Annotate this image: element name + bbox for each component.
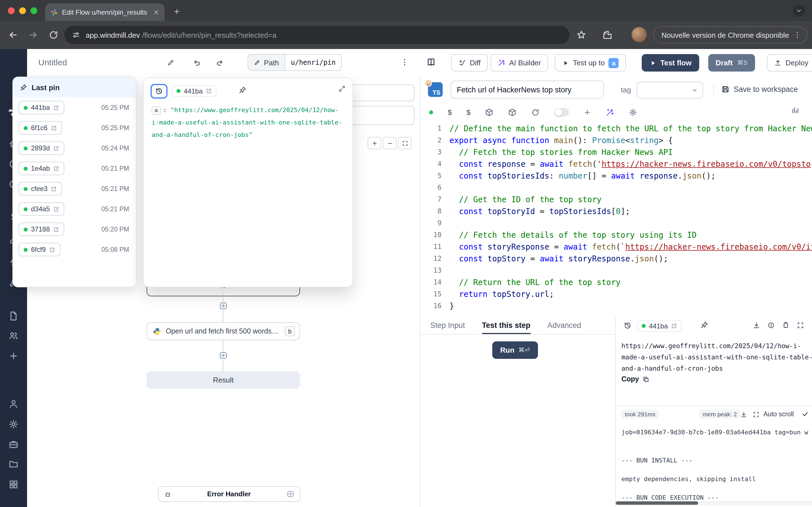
pin-list-item[interactable]: cfee305:21 PM: [13, 179, 136, 199]
pin-result-icon[interactable]: [700, 321, 708, 329]
diff-button[interactable]: Diff: [451, 54, 488, 71]
sidebar-create-icon[interactable]: [8, 351, 18, 361]
run-button[interactable]: Run ⌘⏎: [492, 341, 538, 359]
reset-code-icon[interactable]: [531, 108, 540, 116]
pin-run-pill[interactable]: 6fcf9: [18, 243, 60, 256]
sidebar-logs-icon[interactable]: [8, 311, 18, 321]
add-variable-icon[interactable]: $: [448, 108, 452, 116]
sidebar-user-icon[interactable]: [8, 399, 18, 409]
package-icon[interactable]: [485, 108, 494, 116]
dependencies-icon[interactable]: [508, 108, 517, 116]
open-run-icon[interactable]: [53, 105, 59, 111]
open-run-icon[interactable]: [53, 145, 59, 151]
profile-avatar[interactable]: [631, 27, 647, 42]
reload-icon[interactable]: [49, 30, 59, 40]
pin-run-pill[interactable]: 1e4ab: [18, 162, 64, 175]
scrollbar-thumb[interactable]: [616, 501, 698, 505]
test-up-to-button[interactable]: Test up to a: [555, 54, 626, 71]
extensions-icon[interactable]: [602, 30, 612, 40]
code-editor[interactable]: 12345678910111213141516 // Define the ma…: [420, 119, 812, 317]
draft-button[interactable]: Draft ⌘S: [708, 54, 755, 71]
pin-run-pill[interactable]: cfee3: [18, 182, 62, 195]
auto-scroll-check-icon[interactable]: [802, 411, 809, 417]
add-step-icon[interactable]: [219, 351, 228, 360]
sidebar-settings-icon[interactable]: [8, 419, 18, 429]
open-run-icon[interactable]: [206, 88, 212, 94]
ai-builder-button[interactable]: AI Builder: [491, 54, 548, 71]
tab-test-this-step[interactable]: Test this step: [482, 317, 530, 334]
minimize-window-button[interactable]: [19, 7, 26, 14]
log-horizontal-scrollbar[interactable]: [616, 501, 812, 505]
sidebar-folders-icon[interactable]: [8, 459, 18, 469]
zoom-window-button[interactable]: [31, 7, 37, 14]
bookmark-star-icon[interactable]: [576, 30, 587, 40]
pin-run-pill[interactable]: 6f1c6: [18, 121, 62, 135]
unpin-icon[interactable]: [239, 86, 246, 94]
history-button[interactable]: [151, 84, 167, 99]
result-history-icon[interactable]: [624, 322, 631, 330]
sidebar-apps-icon[interactable]: [8, 480, 18, 490]
pin-list-item[interactable]: 441ba05:25 PM: [13, 98, 136, 118]
new-tab-button[interactable]: [170, 5, 183, 17]
undo-icon[interactable]: [193, 59, 201, 67]
zoom-in-button[interactable]: [368, 137, 381, 149]
tab-search-button[interactable]: [793, 4, 805, 17]
chrome-menu-icon[interactable]: [794, 31, 801, 39]
pin-run-pill[interactable]: 37188: [18, 223, 64, 236]
open-run-icon[interactable]: [53, 165, 59, 172]
tab-advanced[interactable]: Advanced: [547, 317, 581, 334]
test-flow-button[interactable]: Test flow: [642, 54, 700, 71]
download-result-icon[interactable]: [753, 322, 760, 329]
pin-run-pill[interactable]: d34a5: [18, 202, 64, 216]
run-id-pill[interactable]: 441ba: [172, 85, 217, 97]
redo-icon[interactable]: [215, 59, 224, 67]
pin-list-item[interactable]: 1e4ab05:21 PM: [13, 158, 136, 179]
pin-list-item[interactable]: 2893d05:24 PM: [13, 138, 136, 158]
close-window-button[interactable]: [8, 7, 15, 14]
save-to-workspace-button[interactable]: Save to workspace: [721, 85, 798, 94]
open-run-icon[interactable]: [671, 323, 677, 329]
open-run-icon[interactable]: [51, 125, 57, 131]
back-icon[interactable]: [8, 30, 18, 40]
site-info-icon[interactable]: [72, 31, 80, 39]
add-step-icon[interactable]: [219, 301, 228, 311]
path-button[interactable]: Path u/henri/pin: [248, 54, 342, 71]
ai-generate-icon[interactable]: [606, 108, 614, 116]
copy-button[interactable]: Copy: [621, 375, 650, 383]
error-handler-node[interactable]: Error Handler: [158, 486, 301, 502]
pin-list-item[interactable]: 6fcf905:08 PM: [13, 239, 136, 260]
info-icon[interactable]: [767, 322, 775, 329]
add-resource-icon[interactable]: $: [466, 108, 470, 116]
flow-title[interactable]: Untitled: [38, 57, 67, 67]
edit-title-icon[interactable]: [167, 59, 175, 66]
more-options-icon[interactable]: [400, 58, 409, 66]
address-bar[interactable]: app.windmill.dev/flows/edit/u/henri/pin_…: [64, 26, 569, 44]
maximize-result-icon[interactable]: [797, 322, 804, 329]
result-run-id-pill[interactable]: 441ba: [637, 320, 682, 332]
docs-icon[interactable]: [426, 57, 436, 67]
pin-list-item[interactable]: 6f1c605:25 PM: [13, 118, 136, 138]
library-panel-icon[interactable]: [791, 106, 800, 114]
editor-toggle[interactable]: [555, 108, 569, 116]
fit-view-button[interactable]: [398, 137, 412, 149]
forward-icon[interactable]: [28, 30, 38, 40]
expand-popup-icon[interactable]: [338, 85, 346, 93]
deploy-button[interactable]: Deploy: [767, 54, 812, 71]
tab-close-icon[interactable]: [153, 9, 160, 15]
step-summary-input[interactable]: [451, 80, 604, 99]
download-logs-icon[interactable]: [741, 411, 747, 418]
maximize-logs-icon[interactable]: [753, 411, 760, 418]
chrome-update-button[interactable]: Nouvelle version de Chrome disponible: [653, 26, 808, 43]
copy-result-icon[interactable]: [782, 322, 790, 329]
sidebar-workspace-icon[interactable]: [8, 439, 18, 450]
add-error-handler-icon[interactable]: [287, 490, 294, 498]
pin-list-item[interactable]: 3718805:20 PM: [13, 219, 136, 239]
plus-icon[interactable]: [584, 108, 591, 116]
open-run-icon[interactable]: [53, 226, 59, 232]
tab-step-input[interactable]: Step Input: [430, 317, 465, 334]
pin-run-pill[interactable]: 441ba: [18, 101, 64, 114]
pin-run-pill[interactable]: 2893d: [18, 142, 64, 155]
step-node-b[interactable]: Open url and fetch first 500 words of ..…: [147, 322, 300, 340]
tag-select[interactable]: [637, 82, 703, 99]
editor-settings-icon[interactable]: [629, 108, 638, 116]
